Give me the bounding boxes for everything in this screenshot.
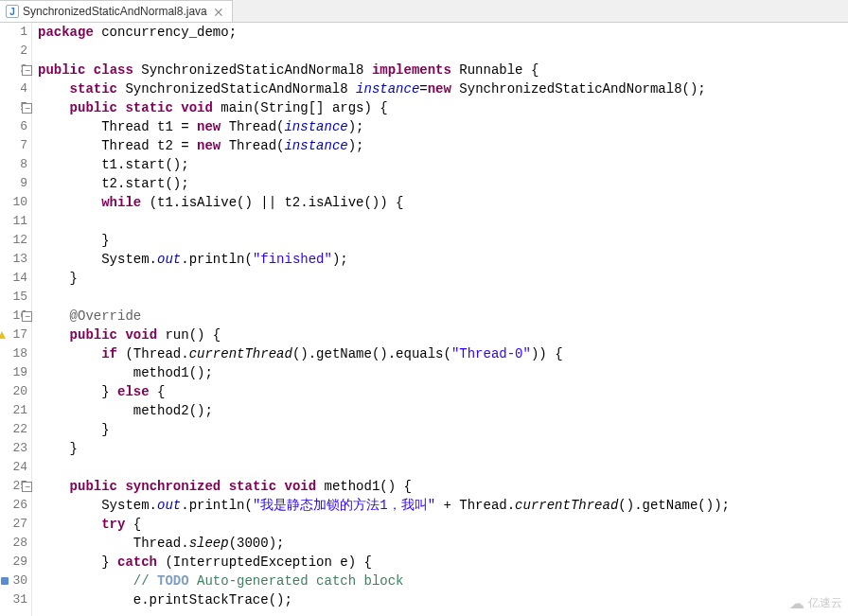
line-number: 12: [0, 231, 31, 250]
line-number: 7: [0, 136, 31, 155]
code-line[interactable]: [38, 212, 848, 231]
line-number: 11: [0, 212, 31, 231]
line-number: 5: [0, 98, 31, 117]
code-line[interactable]: Thread.sleep(3000);: [38, 534, 848, 553]
code-line[interactable]: t1.start();: [38, 155, 848, 174]
line-number: 29: [0, 553, 31, 572]
code-editor[interactable]: 1234567891011121314151617181920212223242…: [0, 23, 848, 616]
code-line[interactable]: }: [38, 439, 848, 458]
close-icon[interactable]: ⨯: [211, 4, 226, 19]
code-content[interactable]: package concurrency_demo; public class S…: [32, 23, 848, 616]
line-number: 23: [0, 439, 31, 458]
line-number: 18: [0, 344, 31, 363]
line-number: 27: [0, 515, 31, 534]
line-number: 15: [0, 288, 31, 307]
code-line[interactable]: [38, 458, 848, 477]
line-number: 2: [0, 42, 31, 61]
tab-filename: SynchronizedStaticAndNormal8.java: [23, 5, 207, 18]
line-number: 8: [0, 155, 31, 174]
code-line[interactable]: if (Thread.currentThread().getName().equ…: [38, 344, 848, 363]
line-number: 28: [0, 534, 31, 553]
code-line[interactable]: package concurrency_demo;: [38, 23, 848, 42]
line-number: 10: [0, 193, 31, 212]
code-line[interactable]: // TODO Auto-generated catch block: [38, 572, 848, 590]
code-line[interactable]: [38, 42, 848, 61]
code-line[interactable]: public synchronized static void method1(…: [38, 477, 848, 496]
line-number: 13: [0, 250, 31, 269]
code-line[interactable]: while (t1.isAlive() || t2.isAlive()) {: [38, 193, 848, 212]
code-line[interactable]: @Override: [38, 307, 848, 326]
line-number: 4: [0, 79, 31, 98]
code-line[interactable]: method1();: [38, 363, 848, 382]
code-line[interactable]: try {: [38, 515, 848, 534]
line-number: 6: [0, 117, 31, 136]
line-number: 21: [0, 401, 31, 420]
line-number: 22: [0, 420, 31, 439]
line-number: 25: [0, 477, 31, 496]
line-number: 19: [0, 363, 31, 382]
code-line[interactable]: method2();: [38, 401, 848, 420]
code-line[interactable]: } catch (InterruptedException e) {: [38, 553, 848, 572]
cloud-icon: ☁: [789, 594, 804, 612]
watermark: ☁ 亿速云: [789, 594, 842, 612]
code-line[interactable]: t2.start();: [38, 174, 848, 193]
code-line[interactable]: } else {: [38, 382, 848, 401]
editor-tab-bar: J SynchronizedStaticAndNormal8.java ⨯: [0, 0, 848, 23]
code-line[interactable]: static SynchronizedStaticAndNormal8 inst…: [38, 79, 848, 98]
code-line[interactable]: }: [38, 420, 848, 439]
line-number: 16: [0, 307, 31, 326]
line-number-gutter: 1234567891011121314151617181920212223242…: [0, 23, 32, 616]
code-line[interactable]: e.printStackTrace();: [38, 590, 848, 609]
watermark-text: 亿速云: [808, 595, 842, 611]
line-number: 20: [0, 382, 31, 401]
code-line[interactable]: Thread t2 = new Thread(instance);: [38, 136, 848, 155]
line-number: 1: [0, 23, 31, 42]
line-number: 24: [0, 458, 31, 477]
line-number: 3: [0, 61, 31, 79]
code-line[interactable]: public void run() {: [38, 326, 848, 344]
code-line[interactable]: public static void main(String[] args) {: [38, 98, 848, 117]
code-line[interactable]: public class SynchronizedStaticAndNormal…: [38, 61, 848, 79]
line-number: 17: [0, 326, 31, 344]
editor-tab[interactable]: J SynchronizedStaticAndNormal8.java ⨯: [0, 0, 233, 22]
code-line[interactable]: Thread t1 = new Thread(instance);: [38, 117, 848, 136]
line-number: 31: [0, 590, 31, 609]
line-number: 14: [0, 269, 31, 288]
code-line[interactable]: System.out.println("我是静态加锁的方法1，我叫" + Thr…: [38, 496, 848, 515]
code-line[interactable]: System.out.println("finished");: [38, 250, 848, 269]
line-number: 30: [0, 572, 31, 590]
java-file-icon: J: [6, 5, 19, 18]
code-line[interactable]: }: [38, 269, 848, 288]
code-line[interactable]: }: [38, 231, 848, 250]
code-line[interactable]: [38, 288, 848, 307]
line-number: 9: [0, 174, 31, 193]
line-number: 26: [0, 496, 31, 515]
